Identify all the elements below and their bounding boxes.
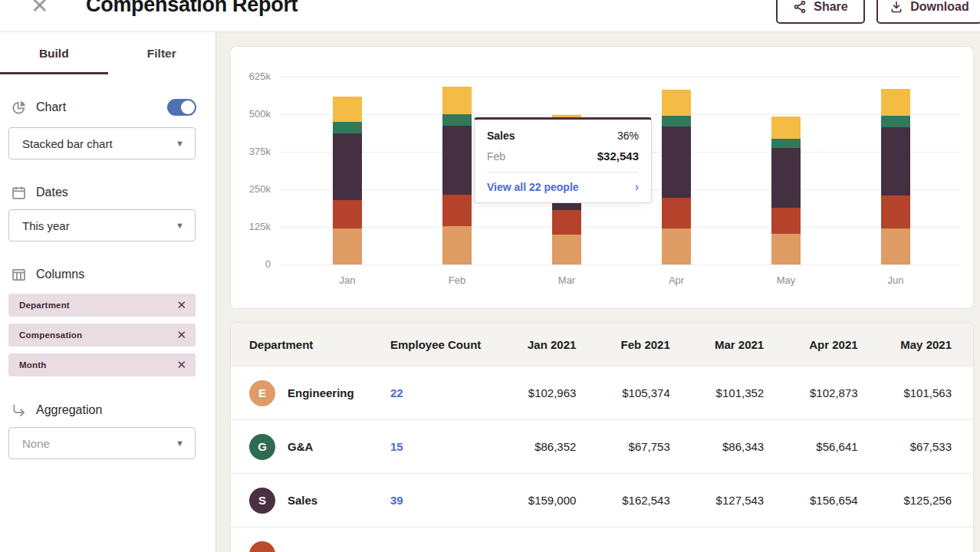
main-content: 625k500k375k250k125k0 JanFebMarAprMayJun… bbox=[216, 32, 980, 552]
department: EEngineering bbox=[249, 380, 389, 406]
chip-remove-icon[interactable]: ✕ bbox=[176, 298, 186, 312]
comp-value-cell: $156,654 bbox=[785, 494, 879, 507]
bar-segment-segment-green[interactable] bbox=[442, 114, 472, 126]
comp-value-cell: $127,543 bbox=[692, 494, 785, 507]
bar-jun[interactable] bbox=[881, 89, 910, 264]
x-tick-label: May bbox=[763, 274, 809, 286]
bar-segment-segment-plum[interactable] bbox=[771, 148, 801, 208]
bar-segment-segment-rust[interactable] bbox=[552, 210, 581, 235]
bar-segment-segment-yellow[interactable] bbox=[662, 90, 691, 116]
column-chip: Department✕ bbox=[8, 294, 196, 317]
share-button[interactable]: Share bbox=[776, 0, 865, 24]
employee-count-cell: 15 bbox=[389, 440, 504, 453]
comp-value-cell: $101,563 bbox=[880, 386, 973, 399]
bar-segment-segment-orange[interactable] bbox=[442, 226, 472, 264]
table-row: GG&A15$86,352$67,753$86,343$56,641$67,53… bbox=[231, 419, 973, 473]
bar-segment-segment-green[interactable] bbox=[333, 122, 362, 133]
table-header-cell: Mar 2021 bbox=[692, 338, 785, 351]
bar-segment-segment-yellow[interactable] bbox=[333, 97, 362, 122]
comp-value-cell: $162,543 bbox=[597, 494, 691, 507]
x-tick-label: Feb bbox=[434, 274, 480, 286]
download-button[interactable]: Download bbox=[876, 0, 980, 24]
chart-type-value: Stacked bar chart bbox=[22, 137, 176, 150]
tab-build[interactable]: Build bbox=[0, 32, 108, 74]
sidebar: Build Filter Chart Stacked bar chart ▼ D… bbox=[0, 32, 216, 552]
calendar-icon bbox=[11, 185, 27, 201]
department-cell bbox=[231, 541, 389, 552]
bar-segment-segment-yellow[interactable] bbox=[442, 87, 472, 114]
bar-segment-segment-plum[interactable] bbox=[442, 126, 472, 194]
columns-icon bbox=[11, 267, 27, 283]
bar-jan[interactable] bbox=[333, 97, 362, 264]
bar-feb[interactable] bbox=[442, 87, 472, 264]
chart-type-select[interactable]: Stacked bar chart ▼ bbox=[8, 127, 196, 159]
aggregation-value: None bbox=[22, 437, 176, 450]
bar-segment-segment-rust[interactable] bbox=[771, 208, 801, 234]
bar-segment-segment-yellow[interactable] bbox=[881, 89, 910, 117]
gridline bbox=[280, 264, 961, 265]
department-avatar: E bbox=[249, 380, 275, 406]
chip-remove-icon[interactable]: ✕ bbox=[176, 328, 186, 342]
department-name: Sales bbox=[288, 494, 317, 507]
aggregation-select[interactable]: None ▼ bbox=[8, 427, 196, 459]
employee-count-link[interactable]: 39 bbox=[390, 494, 403, 507]
table-header-cell: Employee Count bbox=[389, 338, 504, 351]
dates-select[interactable]: This year ▼ bbox=[8, 209, 196, 242]
bar-segment-segment-plum[interactable] bbox=[333, 133, 362, 200]
bar-segment-segment-green[interactable] bbox=[771, 139, 801, 148]
employee-count-cell: 39 bbox=[389, 494, 504, 507]
close-icon[interactable]: ✕ bbox=[31, 0, 48, 18]
download-button-label: Download bbox=[910, 0, 968, 14]
column-chip-label: Department bbox=[19, 301, 176, 310]
bar-apr[interactable] bbox=[662, 89, 691, 264]
column-chip-label: Compensation bbox=[19, 330, 176, 340]
bar-segment-segment-rust[interactable] bbox=[442, 195, 472, 227]
x-tick-label: Jan bbox=[324, 274, 370, 286]
bar-segment-segment-green[interactable] bbox=[662, 116, 691, 127]
bar-segment-segment-orange[interactable] bbox=[771, 234, 801, 264]
department-avatar: S bbox=[249, 488, 275, 514]
x-tick-label: Apr bbox=[653, 274, 699, 286]
header: ✕ Compensation Report Share Download bbox=[0, 0, 980, 32]
table-header-cell: May 2021 bbox=[880, 338, 973, 351]
department-cell: GG&A bbox=[231, 434, 389, 460]
bar-segment-segment-green[interactable] bbox=[881, 116, 910, 127]
share-button-label: Share bbox=[814, 0, 847, 14]
employee-count-link[interactable]: 22 bbox=[390, 386, 403, 399]
chevron-down-icon: ▼ bbox=[176, 221, 184, 230]
bar-segment-segment-orange[interactable] bbox=[881, 228, 910, 264]
comp-value-cell: $102,963 bbox=[504, 386, 597, 399]
tooltip-amount: $32,543 bbox=[597, 150, 639, 163]
x-tick-label: Mar bbox=[544, 274, 590, 286]
bar-segment-segment-plum[interactable] bbox=[881, 127, 910, 196]
chevron-right-icon[interactable]: › bbox=[635, 181, 639, 193]
chart-tooltip: Sales 36% Feb $32,543 View all 22 people… bbox=[474, 117, 652, 203]
pie-chart-icon bbox=[11, 100, 27, 116]
bar-segment-segment-plum[interactable] bbox=[662, 127, 691, 197]
bar-segment-segment-orange[interactable] bbox=[662, 228, 691, 264]
tooltip-period: Feb bbox=[487, 150, 505, 163]
bar-may[interactable] bbox=[771, 117, 801, 264]
bar-segment-segment-orange[interactable] bbox=[333, 228, 362, 264]
tab-filter[interactable]: Filter bbox=[108, 32, 216, 74]
bar-segment-segment-rust[interactable] bbox=[333, 200, 362, 229]
department-cell: SSales bbox=[231, 488, 389, 514]
comp-value-cell: $159,000 bbox=[504, 494, 597, 507]
page-title: Compensation Report bbox=[86, 0, 298, 17]
dates-section-label: Dates bbox=[36, 186, 215, 199]
y-tick-label: 0 bbox=[231, 258, 271, 270]
employee-count-cell: 22 bbox=[389, 386, 504, 399]
chart-toggle[interactable] bbox=[167, 99, 196, 116]
tooltip-percent: 36% bbox=[617, 130, 639, 142]
table-header-cell: Jan 2021 bbox=[504, 338, 597, 351]
chip-remove-icon[interactable]: ✕ bbox=[176, 358, 186, 372]
bar-segment-segment-orange[interactable] bbox=[552, 235, 581, 264]
tooltip-view-all-link[interactable]: View all 22 people bbox=[487, 181, 579, 193]
employee-count-link[interactable]: 15 bbox=[390, 440, 403, 453]
bar-segment-segment-rust[interactable] bbox=[662, 198, 691, 228]
bar-segment-segment-rust[interactable] bbox=[881, 196, 910, 228]
share-icon bbox=[793, 0, 807, 14]
table-header-cell: Feb 2021 bbox=[597, 338, 691, 351]
bar-segment-segment-yellow[interactable] bbox=[771, 117, 801, 139]
table-body: EEngineering22$102,963$105,374$101,352$1… bbox=[231, 366, 973, 552]
